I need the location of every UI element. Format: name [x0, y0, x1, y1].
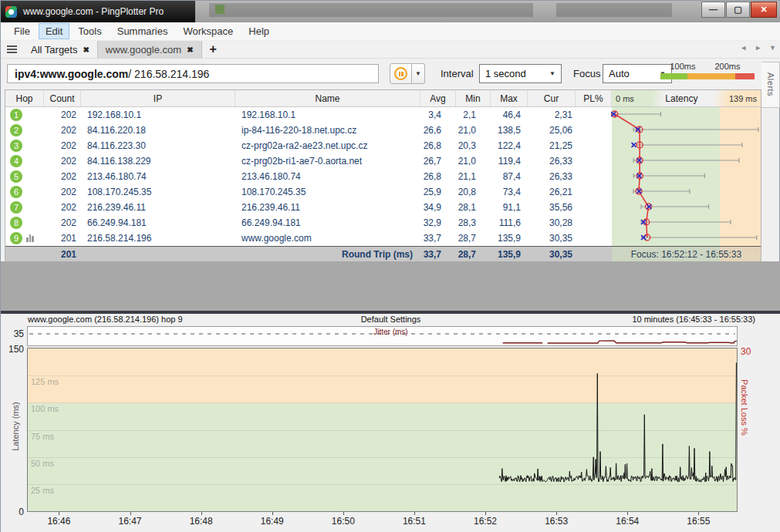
- tab-close-icon[interactable]: ✖: [187, 45, 193, 54]
- name-cell: 192.168.10.1: [235, 109, 420, 120]
- x-tick-label: 16:55: [687, 516, 710, 527]
- column-header-min[interactable]: Min: [456, 90, 491, 106]
- tab-close-icon[interactable]: ✖: [83, 45, 89, 54]
- menu-item-summaries[interactable]: Summaries: [110, 23, 175, 39]
- max-cell: 135,9: [491, 249, 528, 260]
- ip-cell: 216.58.214.196: [81, 233, 235, 244]
- tab-list-dropdown-icon[interactable]: ▼: [769, 44, 776, 52]
- ip-cell: 84.116.223.30: [81, 140, 235, 151]
- alerts-label: Alerts: [766, 72, 775, 96]
- count-cell: 202: [44, 125, 81, 136]
- cur-cell: 26,33: [528, 171, 576, 182]
- cur-cell: 35,56: [528, 202, 576, 213]
- target-input[interactable]: ipv4:www.google.com / 216.58.214.196: [7, 64, 379, 83]
- column-header-cur[interactable]: Cur: [528, 90, 576, 106]
- column-header-name[interactable]: Name: [235, 90, 420, 106]
- alerts-side-tab[interactable]: Alerts: [761, 62, 780, 108]
- pause-dropdown-button[interactable]: ▼: [412, 63, 425, 84]
- interval-select[interactable]: 1 second ▼: [479, 64, 562, 83]
- legend-label: 200ms: [705, 62, 750, 71]
- latency-timeline-plot[interactable]: 125 ms100 ms75 ms50 ms25 ms: [27, 348, 738, 512]
- table-row-hop-8[interactable]: 820266.249.94.18166.249.94.18132,928,311…: [5, 215, 761, 231]
- target-ip: / 216.58.214.196: [128, 68, 209, 80]
- menu-item-file[interactable]: File: [7, 23, 37, 39]
- ip-cell: 66.249.94.181: [81, 217, 235, 228]
- count-cell: 202: [44, 140, 81, 151]
- count-cell: 202: [44, 187, 81, 197]
- menu-item-tools[interactable]: Tools: [71, 23, 108, 39]
- column-header-ip[interactable]: IP: [81, 90, 235, 106]
- tab-www-google-com[interactable]: www.google.com✖: [97, 41, 202, 59]
- max-cell: 111,6: [491, 217, 528, 228]
- background-window-glass: [209, 3, 533, 17]
- column-header-avg[interactable]: Avg: [420, 90, 456, 106]
- hop-number-badge: 1: [10, 109, 22, 121]
- gridline-label: 25 ms: [31, 486, 54, 495]
- menu-item-edit[interactable]: Edit: [39, 23, 69, 39]
- column-header-max[interactable]: Max: [491, 90, 528, 106]
- tab-scroll-right-icon[interactable]: ►: [755, 44, 761, 52]
- count-cell: 202: [44, 202, 81, 213]
- table-row-hop-3[interactable]: 320284.116.223.30cz-prg02a-ra2-ae23.net.…: [5, 138, 761, 153]
- avg-cell: 26,8: [420, 140, 456, 151]
- max-cell: 91,1: [491, 202, 528, 213]
- x-tick-mark: [485, 512, 486, 515]
- avg-cell: 32,9: [420, 217, 456, 228]
- gridline-50: [28, 457, 738, 458]
- ip-cell: 84.116.220.18: [81, 125, 235, 136]
- timeline-header: www.google.com (216.58.214.196) hop 9 De…: [1, 315, 780, 325]
- background-window-glass2: [556, 3, 672, 17]
- table-row-hop-1[interactable]: 1202192.168.10.1192.168.10.13,42,146,42,…: [5, 107, 761, 123]
- x-tick-mark: [698, 512, 699, 515]
- x-tick-mark: [272, 512, 273, 515]
- table-row-hop-4[interactable]: 420284.116.138.229cz-prg02b-ri1-ae7-0.ao…: [5, 153, 761, 169]
- hop-cell: 1: [5, 109, 44, 121]
- latency-color-legend: 100ms200ms: [660, 62, 755, 79]
- pause-button[interactable]: [390, 63, 412, 84]
- column-header-pl[interactable]: PL%: [576, 90, 612, 106]
- name-cell: 213.46.180.74: [235, 171, 420, 182]
- timeline-pane: www.google.com (216.58.214.196) hop 9 De…: [1, 314, 780, 532]
- maximize-button[interactable]: ▢: [726, 2, 750, 18]
- gridline-label: 100 ms: [31, 404, 59, 413]
- table-row-hop-6[interactable]: 6202108.170.245.35108.170.245.3525,920,8…: [5, 184, 761, 200]
- hamburger-icon[interactable]: [7, 44, 17, 55]
- table-row-hop-9[interactable]: 9201216.58.214.196www.google.com33,728,7…: [5, 231, 761, 246]
- avg-cell: 33,7: [420, 249, 456, 260]
- latency-cell: [612, 153, 761, 169]
- legend-segment: [660, 73, 687, 79]
- gridline-125: [28, 375, 738, 376]
- min-cell: 2,1: [456, 109, 491, 120]
- column-header-count[interactable]: Count: [44, 90, 81, 106]
- latency-cell: [612, 169, 761, 184]
- hop-number-badge: 2: [10, 124, 22, 136]
- table-row-hop-2[interactable]: 220284.116.220.18ip-84-116-220-18.net.up…: [5, 123, 761, 138]
- column-header-latency[interactable]: 0 msLatency139 ms: [612, 90, 761, 106]
- close-button[interactable]: ✕: [751, 2, 777, 18]
- table-row-hop-5[interactable]: 5202213.46.180.74213.46.180.7426,821,187…: [5, 169, 761, 184]
- gridline-label: 75 ms: [31, 432, 54, 441]
- legend-segment: [735, 73, 755, 79]
- x-tick-mark: [343, 512, 344, 515]
- min-cell: 20,8: [456, 187, 491, 197]
- hop-cell: 3: [5, 140, 44, 152]
- cur-cell: 25,06: [528, 125, 576, 136]
- toolbar: ipv4:www.google.com / 216.58.214.196 ▼ I…: [1, 59, 780, 89]
- tab-scroll-left-icon[interactable]: ◄: [740, 44, 747, 52]
- minimize-button[interactable]: —: [701, 2, 725, 18]
- new-tab-button[interactable]: +: [202, 42, 225, 56]
- latency-scale-left: 0 ms: [616, 94, 634, 103]
- tab-all-targets[interactable]: All Targets✖: [23, 41, 97, 59]
- menu-item-workspace[interactable]: Workspace: [176, 23, 240, 39]
- legend-label: 100ms: [660, 62, 705, 71]
- table-row-hop-7[interactable]: 7202216.239.46.11216.239.46.1134,928,191…: [5, 200, 761, 215]
- name-cell: 66.249.94.181: [235, 217, 420, 228]
- column-header-hop[interactable]: Hop: [5, 90, 44, 106]
- x-tick-mark: [130, 512, 131, 515]
- x-tick-mark: [556, 512, 557, 515]
- name-cell: www.google.com: [235, 233, 420, 244]
- tab-label: All Targets: [31, 44, 77, 56]
- gridline-label: 125 ms: [31, 377, 59, 386]
- avg-cell: 26,6: [420, 125, 456, 136]
- menu-item-help[interactable]: Help: [241, 23, 276, 39]
